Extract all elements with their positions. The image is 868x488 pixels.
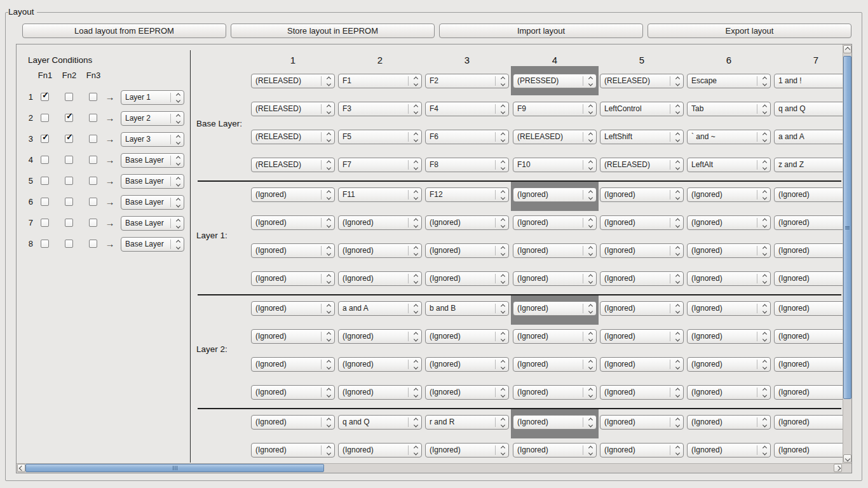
key-action-dropdown[interactable]: (RELEASED) <box>251 130 335 144</box>
key-action-dropdown[interactable]: (Ignored) <box>600 215 684 230</box>
horizontal-scrollbar[interactable] <box>17 463 851 473</box>
scroll-right-button[interactable] <box>834 464 842 472</box>
key-action-dropdown[interactable]: (Ignored) <box>687 415 771 430</box>
key-action-dropdown[interactable]: F1 <box>338 74 422 88</box>
key-action-dropdown[interactable]: (Ignored) <box>687 301 771 316</box>
key-action-dropdown[interactable]: (Ignored) <box>687 329 771 344</box>
fn2-checkbox[interactable] <box>65 93 73 101</box>
fn1-checkbox[interactable] <box>41 114 49 122</box>
key-action-dropdown[interactable]: LeftAlt <box>687 158 771 172</box>
key-action-dropdown[interactable]: LeftControl <box>600 102 684 116</box>
scroll-down-button[interactable] <box>843 454 851 463</box>
key-action-dropdown[interactable]: F12 <box>425 187 509 202</box>
key-action-dropdown[interactable]: (PRESSED) <box>513 74 597 88</box>
key-action-dropdown[interactable]: r and R <box>425 415 509 430</box>
store-layout-in-eeprom-button[interactable]: Store layout in EEPROM <box>231 24 435 38</box>
key-action-dropdown[interactable]: (Ignored) <box>251 215 335 230</box>
key-action-dropdown[interactable]: (Ignored) <box>338 243 422 258</box>
fn3-checkbox[interactable] <box>89 93 97 101</box>
key-action-dropdown[interactable]: F4 <box>425 102 509 116</box>
key-action-dropdown[interactable]: (Ignored) <box>338 385 422 400</box>
key-action-dropdown[interactable]: (Ignored) <box>600 271 684 286</box>
key-action-dropdown[interactable]: (Ignored) <box>774 357 843 372</box>
key-action-dropdown[interactable]: (Ignored) <box>687 385 771 400</box>
key-action-dropdown[interactable]: F9 <box>513 102 597 116</box>
key-action-dropdown[interactable]: (Ignored) <box>774 329 843 344</box>
key-action-dropdown[interactable]: (Ignored) <box>600 243 684 258</box>
key-action-dropdown[interactable]: (Ignored) <box>687 271 771 286</box>
key-action-dropdown[interactable]: (Ignored) <box>425 329 509 344</box>
key-action-dropdown[interactable]: (Ignored) <box>251 385 335 400</box>
fn3-checkbox[interactable] <box>89 177 97 185</box>
key-action-dropdown[interactable]: (Ignored) <box>338 443 422 458</box>
key-action-dropdown[interactable]: F6 <box>425 130 509 144</box>
layer-target-dropdown[interactable]: Base Layer <box>121 237 184 252</box>
key-action-dropdown[interactable]: (Ignored) <box>425 243 509 258</box>
key-action-dropdown[interactable]: (Ignored) <box>338 329 422 344</box>
key-action-dropdown[interactable]: q and Q <box>774 102 843 116</box>
key-action-dropdown[interactable]: (Ignored) <box>774 243 843 258</box>
key-action-dropdown[interactable]: (Ignored) <box>687 243 771 258</box>
key-action-dropdown[interactable]: (RELEASED) <box>600 74 684 88</box>
key-action-dropdown[interactable]: (Ignored) <box>600 357 684 372</box>
key-action-dropdown[interactable]: (RELEASED) <box>251 74 335 88</box>
fn2-checkbox[interactable] <box>65 219 73 227</box>
key-action-dropdown[interactable]: (Ignored) <box>774 271 843 286</box>
key-action-dropdown[interactable]: (Ignored) <box>251 271 335 286</box>
key-action-dropdown[interactable]: (Ignored) <box>513 271 597 286</box>
key-action-dropdown[interactable]: (Ignored) <box>687 357 771 372</box>
fn3-checkbox[interactable] <box>89 198 97 206</box>
key-action-dropdown[interactable]: (Ignored) <box>513 301 597 316</box>
fn1-checkbox[interactable]: ✓ <box>41 93 49 101</box>
key-action-dropdown[interactable]: (Ignored) <box>513 357 597 372</box>
key-action-dropdown[interactable]: (Ignored) <box>425 385 509 400</box>
key-action-dropdown[interactable]: (Ignored) <box>774 443 843 458</box>
key-action-dropdown[interactable]: LeftShift <box>600 130 684 144</box>
fn1-checkbox[interactable] <box>41 240 49 248</box>
key-action-dropdown[interactable]: (Ignored) <box>425 443 509 458</box>
layer-target-dropdown[interactable]: Base Layer <box>121 153 184 168</box>
key-action-dropdown[interactable]: (Ignored) <box>425 215 509 230</box>
key-action-dropdown[interactable]: (Ignored) <box>687 443 771 458</box>
key-action-dropdown[interactable]: (Ignored) <box>513 215 597 230</box>
export-layout-button[interactable]: Export layout <box>648 24 851 38</box>
key-action-dropdown[interactable]: (Ignored) <box>774 301 843 316</box>
layer-target-dropdown[interactable]: Base Layer <box>121 195 184 210</box>
key-action-dropdown[interactable]: F7 <box>338 158 422 172</box>
key-action-dropdown[interactable]: (Ignored) <box>251 187 335 202</box>
scroll-up-button[interactable] <box>843 45 851 53</box>
import-layout-button[interactable]: Import layout <box>439 24 643 38</box>
key-action-dropdown[interactable]: (Ignored) <box>600 187 684 202</box>
key-action-dropdown[interactable]: F11 <box>338 187 422 202</box>
layer-target-dropdown[interactable]: Base Layer <box>121 174 184 189</box>
key-action-dropdown[interactable]: b and B <box>425 301 509 316</box>
fn3-checkbox[interactable] <box>89 156 97 164</box>
key-action-dropdown[interactable]: (Ignored) <box>687 187 771 202</box>
key-action-dropdown[interactable]: F2 <box>425 74 509 88</box>
key-action-dropdown[interactable]: (Ignored) <box>774 187 843 202</box>
key-action-dropdown[interactable]: (Ignored) <box>251 301 335 316</box>
key-action-dropdown[interactable]: 1 and ! <box>774 74 843 88</box>
key-action-dropdown[interactable]: (Ignored) <box>774 385 843 400</box>
key-action-dropdown[interactable]: (Ignored) <box>774 415 843 430</box>
key-action-dropdown[interactable]: a and A <box>338 301 422 316</box>
key-action-dropdown[interactable]: (Ignored) <box>251 243 335 258</box>
key-action-dropdown[interactable]: (RELEASED) <box>600 158 684 172</box>
key-action-dropdown[interactable]: (Ignored) <box>600 385 684 400</box>
horizontal-scrollbar-thumb[interactable] <box>25 464 324 472</box>
key-action-dropdown[interactable]: (Ignored) <box>338 215 422 230</box>
key-action-dropdown[interactable]: Tab <box>687 102 771 116</box>
key-action-dropdown[interactable]: (Ignored) <box>251 329 335 344</box>
layer-target-dropdown[interactable]: Layer 2 <box>121 111 184 126</box>
key-action-dropdown[interactable]: (Ignored) <box>513 443 597 458</box>
key-action-dropdown[interactable]: q and Q <box>338 415 422 430</box>
fn1-checkbox[interactable] <box>41 156 49 164</box>
key-action-dropdown[interactable]: F3 <box>338 102 422 116</box>
fn3-checkbox[interactable] <box>89 135 97 143</box>
fn3-checkbox[interactable] <box>89 219 97 227</box>
scroll-left-button[interactable] <box>17 464 25 472</box>
key-action-dropdown[interactable]: (Ignored) <box>251 443 335 458</box>
vertical-scrollbar[interactable] <box>843 44 851 463</box>
fn2-checkbox[interactable]: ✓ <box>65 135 73 143</box>
fn1-checkbox[interactable] <box>41 219 49 227</box>
